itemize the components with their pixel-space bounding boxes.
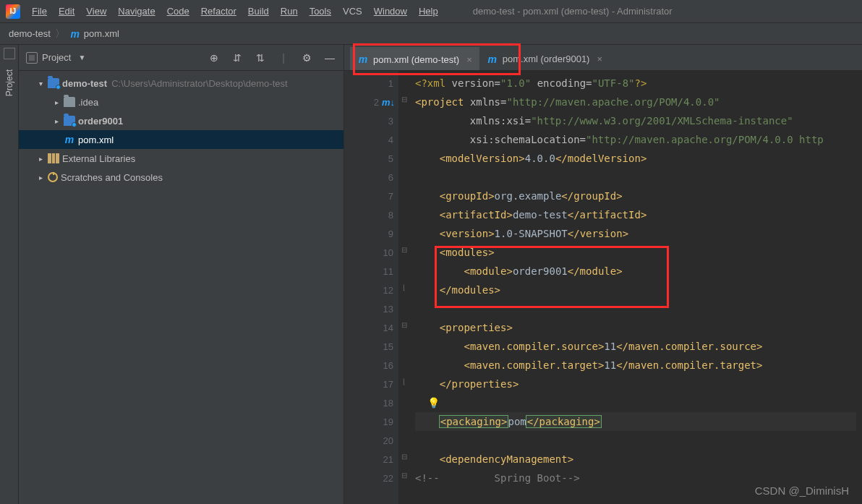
project-tool-tab[interactable]: Project — [3, 64, 16, 102]
module-folder-icon — [64, 116, 75, 126]
libraries-icon — [48, 153, 59, 163]
fold-end-icon[interactable]: ⌊ — [403, 283, 406, 291]
tab-pom-demo-test[interactable]: m pom.xml (demo-test) × — [350, 47, 479, 70]
tab-pom-order9001[interactable]: m pom.xml (order9001) × — [479, 47, 610, 70]
expand-icon[interactable]: ▸ — [52, 98, 61, 106]
tree-node-root[interactable]: ▾ demo-test C:\Users\Administrator\Deskt… — [19, 74, 343, 93]
app-icon: IJ — [6, 4, 20, 19]
menu-run[interactable]: Run — [275, 0, 304, 22]
chevron-down-icon[interactable]: ▼ — [78, 54, 85, 61]
expand-icon[interactable]: ▸ — [36, 155, 45, 163]
menu-bar: IJ File Edit View Navigate Code Refactor… — [0, 0, 862, 23]
breadcrumb-separator: 〉 — [55, 27, 65, 40]
menu-view[interactable]: View — [80, 0, 112, 22]
fold-column[interactable]: ⊟ ⊟ ⌊ ⊟ ⌊ ⊟ ⊟ — [398, 71, 409, 504]
maven-icon: m — [487, 54, 498, 65]
scratches-icon — [48, 172, 58, 182]
locate-icon[interactable]: ⊕ — [208, 51, 221, 64]
fold-toggle-icon[interactable]: ⊟ — [401, 471, 407, 479]
menu-vcs[interactable]: VCS — [337, 0, 368, 22]
tool-window-stripe-left: Project — [0, 45, 19, 504]
project-panel-title[interactable]: Project — [42, 52, 71, 63]
expand-icon[interactable]: ▸ — [52, 117, 61, 125]
menu-tools[interactable]: Tools — [304, 0, 337, 22]
menu-code[interactable]: Code — [161, 0, 195, 22]
expand-icon[interactable]: ▸ — [36, 174, 45, 181]
window-title: demo-test - pom.xml (demo-test) - Admini… — [473, 6, 673, 17]
maven-gutter-icon[interactable]: m↓ — [383, 97, 393, 108]
menu-build[interactable]: Build — [242, 0, 275, 22]
maven-icon: m — [64, 134, 75, 145]
tree-node-external-libraries[interactable]: ▸ External Libraries — [19, 149, 343, 168]
tree-node-order9001[interactable]: ▸ order9001 — [19, 111, 343, 130]
menu-edit[interactable]: Edit — [53, 0, 80, 22]
maven-icon: m — [69, 28, 81, 40]
project-tree[interactable]: ▾ demo-test C:\Users\Administrator\Deskt… — [19, 71, 343, 504]
project-view-icon — [26, 52, 38, 64]
bulb-icon[interactable]: 💡 — [427, 397, 440, 409]
project-panel: Project ▼ ⊕ ⇵ ⇅ | ⚙ — ▾ demo-test C:\Use… — [19, 45, 344, 504]
tree-node-idea[interactable]: ▸ .idea — [19, 93, 343, 111]
expand-icon[interactable]: ▾ — [36, 80, 45, 87]
editor-gutter[interactable]: 1 2m↓ 3 4 5 6 7 8 9 10 11 12 13 14 15 16… — [344, 71, 398, 504]
fold-toggle-icon[interactable]: ⊟ — [401, 453, 407, 461]
editor-body: 1 2m↓ 3 4 5 6 7 8 9 10 11 12 13 14 15 16… — [344, 71, 862, 504]
folder-icon — [64, 97, 75, 107]
breadcrumb: demo-test 〉 m pom.xml — [0, 23, 862, 45]
tree-node-scratches[interactable]: ▸ Scratches and Consoles — [19, 168, 343, 187]
module-folder-icon — [48, 78, 59, 88]
breadcrumb-item-file[interactable]: m pom.xml — [69, 28, 119, 40]
fold-toggle-icon[interactable]: ⊟ — [401, 95, 407, 103]
expand-all-icon[interactable]: ⇵ — [231, 51, 244, 64]
fold-end-icon[interactable]: ⌊ — [403, 377, 406, 385]
divider: | — [277, 51, 290, 64]
breadcrumb-item-project[interactable]: demo-test — [9, 28, 51, 39]
menu-refactor[interactable]: Refactor — [195, 0, 242, 22]
hide-icon[interactable]: — — [323, 51, 336, 64]
editor-tabs: m pom.xml (demo-test) × m pom.xml (order… — [344, 45, 862, 71]
watermark: CSDN @_DiminisH — [755, 484, 849, 497]
close-icon[interactable]: × — [466, 54, 472, 65]
menu-help[interactable]: Help — [413, 0, 444, 22]
collapse-all-icon[interactable]: ⇅ — [254, 51, 267, 64]
menu-file[interactable]: File — [26, 0, 53, 22]
menu-window[interactable]: Window — [368, 0, 413, 22]
menu-navigate[interactable]: Navigate — [112, 0, 161, 22]
editor-area: m pom.xml (demo-test) × m pom.xml (order… — [344, 45, 862, 504]
code-editor[interactable]: <?xml version="1.0" encoding="UTF-8"?> <… — [409, 71, 862, 504]
stripe-icon[interactable] — [4, 48, 15, 59]
fold-toggle-icon[interactable]: ⊟ — [401, 246, 407, 254]
close-icon[interactable]: × — [597, 54, 602, 64]
project-panel-header: Project ▼ ⊕ ⇵ ⇅ | ⚙ — — [19, 45, 343, 71]
fold-toggle-icon[interactable]: ⊟ — [401, 321, 407, 329]
gear-icon[interactable]: ⚙ — [300, 51, 313, 64]
tree-node-pom[interactable]: m pom.xml — [19, 130, 343, 149]
maven-icon: m — [357, 54, 369, 65]
